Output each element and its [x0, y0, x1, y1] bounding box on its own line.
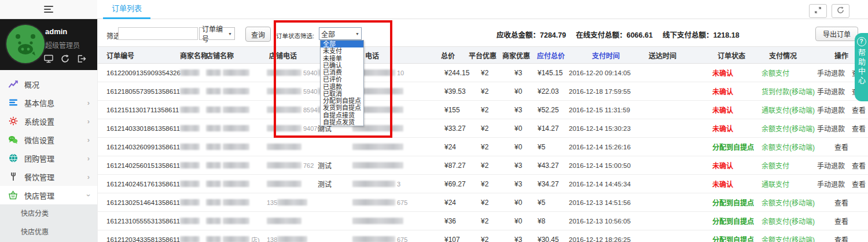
menu-toggle-icon[interactable] — [44, 6, 53, 13]
payable-price: ¥145.15 — [533, 69, 569, 77]
col-header: 支付时间 — [569, 50, 643, 60]
platform-discount: ¥2 — [466, 217, 499, 225]
status-filter-select[interactable]: 全部 ▼ — [319, 27, 362, 40]
table-row: 16121402560151358611762测试¥87.27¥2¥3¥43.2… — [98, 156, 868, 175]
payable-price: ¥30.45 — [533, 236, 569, 242]
redacted-text — [206, 107, 221, 113]
search-button[interactable]: 查询 — [245, 27, 271, 42]
table-row: 16121310555531358611¥36¥2¥0¥82016-12-13 … — [98, 212, 868, 230]
fullscreen-button[interactable] — [809, 4, 827, 18]
help-center-tab[interactable]: ? 帮助中心 — [855, 33, 868, 101]
pay-time: 2016-12-18 17:59:55 — [569, 88, 643, 95]
status-option[interactable]: 已确认 — [321, 62, 363, 69]
platform-discount: ¥2 — [466, 143, 499, 151]
sidebar-item-quickshop[interactable]: 快店管理› — [0, 186, 97, 204]
view-link[interactable]: 查看 — [834, 197, 848, 207]
monitor-icon[interactable] — [44, 54, 53, 63]
status-option[interactable]: 全部 — [321, 41, 363, 47]
export-orders-button[interactable]: 导出订单 — [815, 27, 858, 41]
total-label: 线下支付总额： — [663, 31, 713, 39]
sidebar-item-label: 概况 — [24, 79, 39, 90]
status-option[interactable]: 自提点发货 — [321, 119, 363, 126]
view-link[interactable]: 查看 — [834, 234, 848, 242]
sidebar-subitem-quickshop-category[interactable]: 快店分类 — [0, 204, 97, 223]
refund-link[interactable]: 手动退款 — [817, 86, 845, 96]
status-option[interactable]: 已取消 — [321, 90, 363, 97]
status-option[interactable]: 已消费 — [321, 69, 363, 76]
status-filter-label: 订单状态筛选: — [276, 31, 314, 40]
payable-price: ¥34.27 — [533, 180, 569, 188]
sidebar-item-wechat[interactable]: 微信设置› — [0, 130, 97, 149]
view-link[interactable]: 查看 — [834, 142, 848, 152]
status-filter-dropdown: 全部未支付未接单已确认已消费已评价已退款已取消分配到自提点发货到自提点自提点接货… — [320, 40, 364, 126]
tab-order-list[interactable]: 订单列表 — [103, 0, 150, 19]
redacted-text — [267, 107, 301, 113]
refund-link[interactable]: 手动退款 — [817, 105, 845, 115]
refund-link[interactable]: 手动退款 — [817, 160, 845, 170]
sidebar-item-overview[interactable]: 概况 — [0, 75, 97, 93]
status-option[interactable]: 已评价 — [321, 76, 363, 83]
partial-text: 675 — [397, 236, 407, 242]
view-link[interactable]: 查看 — [852, 179, 866, 189]
sidebar-item-catering[interactable]: 餐饮管理› — [0, 167, 97, 186]
chevron-down-icon: ▼ — [228, 32, 232, 36]
shop-name — [206, 218, 261, 224]
refund-link[interactable]: 手动退款 — [817, 179, 845, 189]
sidebar-header — [0, 0, 97, 19]
merchant-discount: ¥3 — [499, 106, 533, 114]
refund-link[interactable]: 手动退款 — [817, 68, 845, 78]
sidebar-item-basic[interactable]: 基本信息› — [0, 93, 97, 112]
total-price: ¥33.27 — [430, 124, 466, 133]
partial-text: 762 — [303, 162, 314, 169]
question-icon: ? — [857, 37, 866, 46]
shop-name — [206, 144, 261, 150]
redacted-text — [277, 199, 307, 206]
view-link[interactable]: 查看 — [852, 105, 866, 115]
help-center-label: 帮助中心 — [856, 49, 867, 86]
shop-name — [206, 107, 261, 113]
platform-discount: ¥2 — [466, 69, 499, 77]
payment-method: 通联支付(移动端) — [759, 105, 814, 115]
merchant-discount: ¥3 — [499, 69, 533, 77]
shop-phone: 5940 — [261, 88, 316, 95]
sidebar-item-label: 基本信息 — [24, 97, 54, 108]
status-option[interactable]: 发货到自提点 — [321, 104, 363, 111]
reload-icon[interactable] — [61, 54, 69, 63]
shop-phone — [261, 218, 316, 224]
logout-icon[interactable] — [77, 54, 86, 63]
order-number: 16122009135909354326 — [98, 69, 180, 76]
status-option[interactable]: 自提点接货 — [321, 112, 363, 119]
view-link[interactable]: 查看 — [852, 123, 866, 133]
refund-link[interactable]: 手动退款 — [817, 123, 845, 133]
view-link[interactable]: 查看 — [834, 216, 848, 226]
view-link[interactable]: 查看 — [852, 160, 866, 170]
partial-text: 店) — [251, 235, 260, 242]
status-option[interactable]: 已退款 — [321, 83, 363, 90]
redacted-text — [267, 218, 301, 224]
chevron-right-icon: › — [87, 117, 90, 126]
redacted-text — [206, 162, 221, 168]
order-status: 未确认 — [709, 123, 759, 133]
status-option[interactable]: 未接单 — [321, 55, 363, 62]
refresh-button[interactable] — [832, 4, 849, 18]
total-price: ¥69.27 — [430, 180, 466, 188]
order-number: 16121403260991358611 — [98, 144, 180, 151]
search-type-select[interactable]: 订单编号 ▼ — [199, 27, 235, 40]
main-content: 筛选: 订单编号 ▼ 查询 订单状态筛选: 全部 ▼ 全部未支付未接单已确认已消… — [97, 19, 868, 242]
redacted-text — [352, 144, 403, 150]
status-option[interactable]: 未支付 — [321, 47, 363, 54]
col-header: 送达时间 — [643, 50, 709, 60]
redacted-text — [223, 144, 249, 150]
actions-cell: 手动退款查看 — [814, 179, 868, 189]
sidebar-item-system[interactable]: 系统设置› — [0, 112, 97, 130]
sidebar-subitem-quickshop-discount[interactable]: 快店优惠 — [0, 223, 97, 241]
pay-time: 2016-12-13 10:56:05 — [569, 218, 643, 225]
refresh-icon — [837, 6, 844, 16]
redacted-text — [206, 125, 221, 131]
sidebar-item-groupbuy[interactable]: 团购管理› — [0, 149, 97, 167]
contact-name: 测试 — [316, 160, 348, 170]
platform-discount: ¥2 — [466, 87, 499, 96]
status-option[interactable]: 分配到自提点 — [321, 97, 363, 104]
customer-phone: 3 — [348, 181, 430, 188]
search-input[interactable] — [118, 27, 198, 40]
